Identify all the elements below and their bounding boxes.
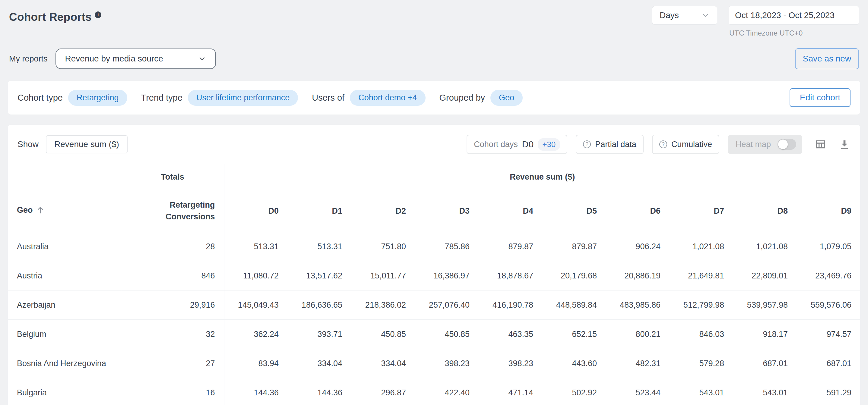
cumulative-toggle[interactable]: ? Cumulative	[652, 135, 719, 154]
value-cell: 1,021.08	[670, 232, 733, 261]
value-cell: 559,576.06	[797, 291, 860, 320]
value-cell: 334.04	[351, 349, 415, 378]
cohort-field: Cohort type Retargeting	[18, 90, 127, 106]
report-select-value: Revenue by media source	[65, 54, 163, 64]
cohort-field-chip[interactable]: Geo	[490, 90, 523, 106]
day-column-header[interactable]: D6	[606, 190, 670, 232]
cohort-field-label: Trend type	[141, 93, 183, 103]
conversions-cell: 29,916	[121, 291, 224, 320]
value-cell: 471.14	[478, 378, 542, 405]
value-cell: 512,799.98	[670, 291, 733, 320]
cohort-field-chip[interactable]: User lifetime performance	[188, 90, 298, 106]
table-row: Australia28513.31513.31751.80785.86879.8…	[8, 232, 860, 261]
day-column-header[interactable]: D1	[288, 190, 351, 232]
conversions-cell: 27	[121, 349, 224, 378]
cohort-filter-card: Cohort type Retargeting Trend type User …	[8, 81, 860, 114]
value-cell: 879.87	[542, 232, 606, 261]
table-row: Bosnia And Herzegovina2783.94334.04334.0…	[8, 349, 860, 378]
day-column-header[interactable]: D2	[351, 190, 415, 232]
value-cell: 23,469.76	[797, 261, 860, 291]
value-cell: 393.71	[288, 320, 351, 349]
cohort-field-label: Users of	[312, 93, 344, 103]
table-row: Belgium32362.24393.71450.85450.85463.356…	[8, 320, 860, 349]
value-cell: 362.24	[224, 320, 288, 349]
cohort-fields: Cohort type Retargeting Trend type User …	[18, 90, 523, 106]
cohort-days-value: D0	[522, 139, 533, 149]
cohort-table: Totals Revenue sum ($) Geo Retargeting C…	[8, 164, 860, 405]
value-cell: 687.01	[733, 349, 797, 378]
arrow-up-icon	[36, 207, 45, 216]
day-column-header[interactable]: D4	[478, 190, 542, 232]
value-cell: 523.44	[606, 378, 670, 405]
value-cell: 11,080.72	[224, 261, 288, 291]
value-cell: 450.85	[415, 320, 478, 349]
value-cell: 20,179.68	[542, 261, 606, 291]
edit-cohort-button[interactable]: Edit cohort	[789, 88, 850, 107]
timezone-note: UTC Timezone UTC+0	[729, 29, 859, 37]
value-cell: 579.28	[670, 349, 733, 378]
download-icon	[838, 138, 850, 150]
date-range-input[interactable]: Oct 18,2023 - Oct 25,2023	[728, 6, 859, 25]
geo-cell: Belgium	[8, 320, 121, 349]
chevron-down-icon	[198, 55, 206, 63]
chevron-down-icon	[701, 11, 710, 20]
value-cell: 591.29	[797, 378, 860, 405]
cohort-field-label: Cohort type	[18, 93, 63, 103]
cohort-days-badge: +30	[538, 138, 560, 151]
cohort-field: Trend type User lifetime performance	[141, 90, 298, 106]
day-column-header[interactable]: D9	[797, 190, 860, 232]
report-select[interactable]: Revenue by media source	[56, 48, 216, 69]
totals-header: Totals	[121, 164, 224, 190]
value-cell: 16,386.97	[415, 261, 478, 291]
value-cell: 21,649.81	[670, 261, 733, 291]
value-cell: 1,021.08	[733, 232, 797, 261]
granularity-select[interactable]: Days	[652, 6, 717, 25]
geo-cell: Bulgaria	[8, 378, 121, 405]
metric-select-value: Revenue sum ($)	[54, 139, 119, 149]
value-cell: 482.31	[606, 349, 670, 378]
conversions-cell: 16	[121, 378, 224, 405]
value-cell: 145,049.43	[224, 291, 288, 320]
conversions-column-header: Retargeting Conversions	[121, 190, 224, 232]
metric-select[interactable]: Revenue sum ($)	[46, 135, 128, 154]
geo-cell: Bosnia And Herzegovina	[8, 349, 121, 378]
cumulative-label: Cumulative	[671, 140, 712, 149]
value-cell: 448,589.84	[542, 291, 606, 320]
table-toolbar: Show Revenue sum ($) Cohort days D0 +30 …	[8, 125, 860, 164]
show-label: Show	[18, 139, 39, 149]
cohort-days-label: Cohort days	[474, 140, 518, 149]
geo-cell: Azerbaijan	[8, 291, 121, 320]
geo-cell: Australia	[8, 232, 121, 261]
day-column-header[interactable]: D5	[542, 190, 606, 232]
value-cell: 13,517.62	[288, 261, 351, 291]
toggle-knob	[778, 139, 788, 149]
save-as-new-button[interactable]: Save as new	[795, 48, 859, 69]
info-icon[interactable]: i	[95, 11, 101, 18]
partial-data-toggle[interactable]: ? Partial data	[576, 135, 644, 154]
geo-cell: Austria	[8, 261, 121, 291]
table-columns-button[interactable]	[814, 138, 827, 150]
reports-bar: My reports Revenue by media source Save …	[0, 48, 868, 69]
geo-column-header[interactable]: Geo	[8, 190, 121, 232]
my-reports-label: My reports	[9, 54, 48, 64]
cohort-days-control[interactable]: Cohort days D0 +30	[467, 135, 567, 154]
day-column-header[interactable]: D7	[670, 190, 733, 232]
metric-group-header: Revenue sum ($)	[224, 164, 860, 190]
day-column-header[interactable]: D3	[415, 190, 478, 232]
cohort-field-chip[interactable]: Retargeting	[68, 90, 127, 106]
table-row: Azerbaijan29,916145,049.43186,636.65218,…	[8, 291, 860, 320]
heat-map-toggle[interactable]	[777, 139, 796, 150]
download-button[interactable]	[838, 138, 850, 150]
day-column-header[interactable]: D0	[224, 190, 288, 232]
day-column-header[interactable]: D8	[733, 190, 797, 232]
value-cell: 22,809.01	[733, 261, 797, 291]
value-cell: 846.03	[670, 320, 733, 349]
value-cell: 918.17	[733, 320, 797, 349]
cohort-field-label: Grouped by	[439, 93, 485, 103]
conversions-cell: 28	[121, 232, 224, 261]
cohort-field: Grouped by Geo	[439, 90, 523, 106]
value-cell: 398.23	[478, 349, 542, 378]
conversions-cell: 846	[121, 261, 224, 291]
value-cell: 652.15	[542, 320, 606, 349]
cohort-field-chip[interactable]: Cohort demo +4	[350, 90, 425, 106]
